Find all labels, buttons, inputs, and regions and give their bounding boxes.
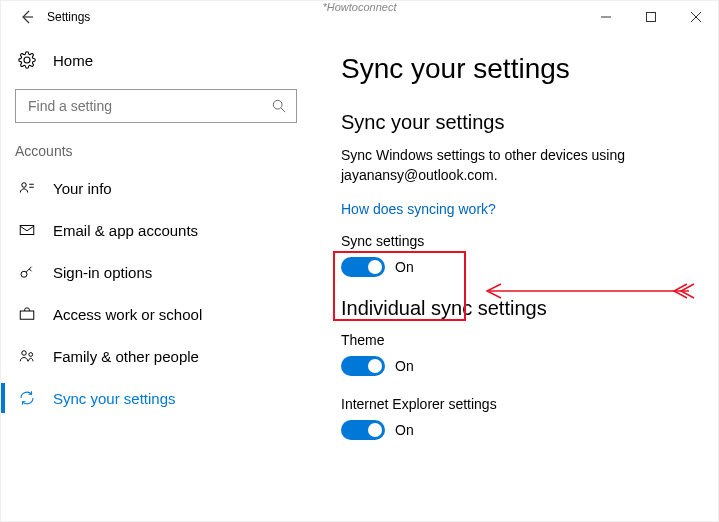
- home-label: Home: [53, 52, 93, 69]
- sync-description: Sync Windows settings to other devices u…: [341, 146, 688, 185]
- titlebar: Settings: [1, 1, 718, 33]
- nav-email-accounts[interactable]: Email & app accounts: [1, 209, 311, 251]
- maximize-button[interactable]: [628, 1, 673, 33]
- minimize-button[interactable]: [583, 1, 628, 33]
- search-input[interactable]: [15, 89, 297, 123]
- sync-settings-block: Sync settings On: [341, 233, 688, 277]
- sidebar: Home Accounts Your info Email & app acc: [1, 33, 311, 519]
- nav-your-info[interactable]: Your info: [1, 167, 311, 209]
- theme-state: On: [395, 358, 414, 374]
- mail-icon: [15, 221, 39, 239]
- person-card-icon: [15, 179, 39, 197]
- search-field[interactable]: [26, 97, 272, 115]
- ie-block: Internet Explorer settings On: [341, 396, 688, 440]
- nav-access-work[interactable]: Access work or school: [1, 293, 311, 335]
- nav-label: Your info: [53, 180, 112, 197]
- nav-label: Sync your settings: [53, 390, 176, 407]
- home-nav[interactable]: Home: [1, 45, 311, 75]
- svg-rect-10: [20, 226, 34, 235]
- sync-settings-state: On: [395, 259, 414, 275]
- theme-block: Theme On: [341, 332, 688, 376]
- close-icon: [691, 12, 701, 22]
- nav-list: Your info Email & app accounts Sign-in o…: [1, 167, 311, 419]
- svg-rect-2: [646, 13, 655, 22]
- ie-toggle[interactable]: [341, 420, 385, 440]
- sync-settings-toggle[interactable]: [341, 257, 385, 277]
- svg-point-14: [29, 353, 33, 357]
- svg-point-5: [273, 100, 282, 109]
- nav-label: Sign-in options: [53, 264, 152, 281]
- arrow-left-icon: [19, 9, 35, 25]
- minimize-icon: [601, 12, 611, 22]
- ie-label: Internet Explorer settings: [341, 396, 688, 412]
- window-title: Settings: [47, 10, 90, 24]
- nav-family[interactable]: Family & other people: [1, 335, 311, 377]
- section-heading: Sync your settings: [341, 111, 688, 134]
- svg-rect-12: [20, 311, 34, 319]
- individual-heading: Individual sync settings: [341, 297, 688, 320]
- nav-signin-options[interactable]: Sign-in options: [1, 251, 311, 293]
- page-title: Sync your settings: [341, 53, 688, 85]
- nav-label: Access work or school: [53, 306, 202, 323]
- people-icon: [15, 347, 39, 365]
- briefcase-icon: [15, 305, 39, 323]
- close-button[interactable]: [673, 1, 718, 33]
- nav-sync-settings[interactable]: Sync your settings: [1, 377, 311, 419]
- how-sync-works-link[interactable]: How does syncing work?: [341, 201, 496, 217]
- key-icon: [15, 263, 39, 281]
- svg-line-6: [281, 108, 285, 112]
- main-panel: Sync your settings Sync your settings Sy…: [311, 33, 718, 519]
- section-label: Accounts: [1, 143, 311, 159]
- theme-toggle[interactable]: [341, 356, 385, 376]
- svg-point-11: [21, 271, 27, 277]
- sync-settings-label: Sync settings: [341, 233, 688, 249]
- window-controls: [583, 1, 718, 33]
- search-icon: [272, 99, 286, 113]
- back-button[interactable]: [13, 3, 41, 31]
- theme-label: Theme: [341, 332, 688, 348]
- svg-point-7: [22, 183, 27, 188]
- nav-label: Family & other people: [53, 348, 199, 365]
- gear-icon: [15, 51, 39, 69]
- nav-label: Email & app accounts: [53, 222, 198, 239]
- svg-point-13: [22, 351, 27, 356]
- sync-icon: [15, 389, 39, 407]
- ie-state: On: [395, 422, 414, 438]
- maximize-icon: [646, 12, 656, 22]
